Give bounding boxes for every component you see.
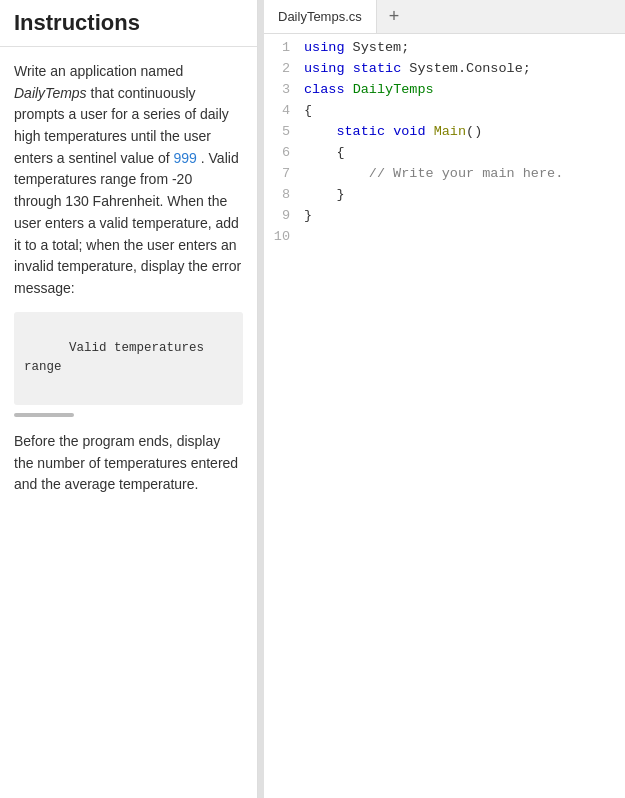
code-line: 3class DailyTemps [264, 82, 625, 103]
line-content: { [300, 145, 345, 160]
sentinel-value: 999 [174, 150, 197, 166]
line-number: 8 [264, 187, 300, 202]
line-number: 3 [264, 82, 300, 97]
line-content: } [300, 208, 312, 223]
code-block-text: Valid temperatures range [24, 341, 212, 374]
instructions-body: Write an application named DailyTemps th… [0, 47, 257, 522]
line-number: 1 [264, 40, 300, 55]
code-line: 5 static void Main() [264, 124, 625, 145]
line-number: 4 [264, 103, 300, 118]
line-content: { [300, 103, 312, 118]
tab-label: DailyTemps.cs [278, 9, 362, 24]
code-area[interactable]: 1using System;2using static System.Conso… [264, 34, 625, 798]
code-line: 8 } [264, 187, 625, 208]
scrollbar-hint [14, 413, 74, 417]
tab-dailytemps[interactable]: DailyTemps.cs [264, 0, 377, 33]
code-line: 7 // Write your main here. [264, 166, 625, 187]
line-number: 5 [264, 124, 300, 139]
code-line: 6 { [264, 145, 625, 166]
line-content: static void Main() [300, 124, 482, 139]
instruction-paragraph-2: Before the program ends, display the num… [14, 431, 243, 496]
line-number: 2 [264, 61, 300, 76]
app-name: DailyTemps [14, 85, 87, 101]
line-number: 9 [264, 208, 300, 223]
line-content: // Write your main here. [300, 166, 563, 181]
line-content: using static System.Console; [300, 61, 531, 76]
code-line: 4{ [264, 103, 625, 124]
code-line: 9} [264, 208, 625, 229]
code-editor-panel: DailyTemps.cs + 1using System;2using sta… [264, 0, 625, 798]
instructions-panel: Instructions Write an application named … [0, 0, 258, 798]
text-valid: . Valid temperatures range from -20 thro… [14, 150, 241, 296]
error-message-code-block: Valid temperatures range [14, 312, 243, 406]
tab-bar: DailyTemps.cs + [264, 0, 625, 34]
code-line: 1using System; [264, 40, 625, 61]
code-line: 2using static System.Console; [264, 61, 625, 82]
plus-icon: + [389, 6, 400, 27]
instructions-title: Instructions [14, 10, 243, 36]
tab-add-button[interactable]: + [377, 0, 412, 33]
instructions-header: Instructions [0, 0, 257, 47]
code-line: 10 [264, 229, 625, 250]
line-content: } [300, 187, 345, 202]
instruction-paragraph-1: Write an application named DailyTemps th… [14, 61, 243, 300]
line-number: 10 [264, 229, 300, 244]
line-number: 7 [264, 166, 300, 181]
line-number: 6 [264, 145, 300, 160]
line-content: using System; [300, 40, 409, 55]
text-write-app: Write an application named [14, 63, 183, 79]
line-content: class DailyTemps [300, 82, 434, 97]
